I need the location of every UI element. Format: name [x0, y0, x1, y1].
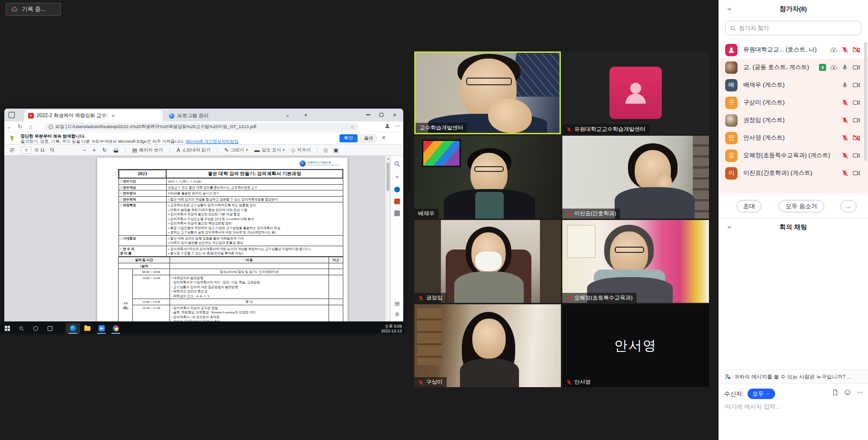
participant-row[interactable]: 권정임 (게스트): [718, 111, 868, 129]
save-icon[interactable]: ▣: [333, 147, 338, 153]
chat-message-input[interactable]: 여기에 메시지 입력...: [725, 403, 780, 411]
taskbar-zoom-app[interactable]: [94, 323, 109, 334]
participant-row[interactable]: 교. (공동 호스트, 게스트): [718, 59, 868, 76]
camera-icon[interactable]: [852, 116, 860, 124]
muted-mic-icon[interactable]: [841, 152, 848, 159]
new-tab-button[interactable]: +: [302, 111, 309, 119]
video-off-icon[interactable]: [852, 134, 860, 142]
draw-button[interactable]: ✎ 그리기 ▾: [224, 147, 248, 153]
print-icon[interactable]: ⎙: [323, 147, 328, 153]
cortana-button[interactable]: [29, 323, 43, 334]
sidebar-panel-icon[interactable]: ▤: [395, 300, 399, 307]
invite-button[interactable]: 초대: [737, 200, 761, 212]
muted-mic-icon[interactable]: [841, 170, 848, 177]
options-button[interactable]: 옵션: [360, 134, 377, 142]
zoom-in-icon[interactable]: +: [92, 147, 95, 153]
video-tile-uwon-univ[interactable]: 유원대학교교수학습개발센터: [562, 51, 709, 134]
video-tile-kwon-jeongim[interactable]: 권정임: [414, 220, 561, 303]
taskbar-clock[interactable]: 오후 5:09 2022-12-13: [381, 324, 402, 333]
video-tile-bae-jaewoo[interactable]: 배재우: [414, 136, 561, 219]
participant-row[interactable]: 안 안서영 (게스트): [718, 129, 868, 147]
chat-more-icon[interactable]: [857, 389, 863, 396]
sidebar-add-icon[interactable]: +: [395, 173, 399, 180]
camera-icon[interactable]: [852, 151, 860, 160]
erase-button[interactable]: ◇ 지우기: [291, 147, 310, 153]
emoji-icon[interactable]: [844, 389, 851, 396]
participant-row[interactable]: 구 구상미 (게스트): [718, 94, 868, 111]
mute-all-button[interactable]: 모두 음소거: [778, 200, 824, 212]
reload-icon[interactable]: ↻: [15, 123, 25, 130]
mic-icon[interactable]: [841, 64, 848, 71]
muted-mic-icon[interactable]: [841, 46, 848, 53]
zoom-out-icon[interactable]: −: [83, 147, 86, 153]
participant-row[interactable]: 배 배재우 (게스트): [718, 76, 868, 94]
page-info-icon[interactable]: i: [49, 125, 53, 129]
start-button[interactable]: [0, 323, 14, 334]
pdf-scrollbar[interactable]: ▲: [385, 156, 390, 321]
camera-icon[interactable]: [852, 169, 860, 177]
page-number-input[interactable]: 7: [21, 147, 31, 154]
more-options-button[interactable]: ...: [840, 200, 857, 212]
muted-mic-icon[interactable]: [841, 117, 848, 124]
taskbar-edge-app[interactable]: [66, 323, 80, 334]
highlight-button[interactable]: ▬ 강조 표시 ▾: [254, 147, 284, 153]
participant-row[interactable]: 오 오혜정(초등특수교육과) (게스트): [718, 147, 868, 164]
window-maximize-button[interactable]: [375, 110, 388, 120]
camera-icon[interactable]: [852, 63, 860, 71]
video-feed: [414, 136, 561, 219]
page-view-button[interactable]: ▤ 페이지 보기: [132, 147, 163, 153]
taskbar-browser-app[interactable]: [109, 323, 123, 334]
muted-mic-icon[interactable]: [841, 134, 848, 141]
video-tile-ahn-seoyoung[interactable]: 안서영 안서영: [562, 304, 709, 387]
toc-icon[interactable]: [9, 147, 15, 153]
task-view-button[interactable]: [43, 323, 57, 334]
recipient-selector[interactable]: 모두: [748, 389, 775, 399]
pdf-search-icon[interactable]: [50, 147, 55, 153]
home-icon[interactable]: ⌂: [25, 123, 36, 130]
sidebar-search-icon[interactable]: [394, 160, 400, 167]
participant-row[interactable]: 이 이진표(간호학과) (게스트): [718, 164, 868, 182]
attach-file-icon[interactable]: [832, 389, 838, 396]
scroll-up-icon[interactable]: ▲: [387, 157, 390, 160]
tab-pdf[interactable]: P 2022-2 학생케어 역량강화 교수: ×: [24, 110, 162, 121]
profile-icon[interactable]: [384, 123, 390, 129]
video-tile-oh-hyejeong[interactable]: 오혜정(초등특수교육과): [562, 220, 709, 303]
tab-close-icon[interactable]: ×: [285, 113, 290, 119]
sidebar-office-icon[interactable]: [394, 199, 400, 204]
privacy-policy-link[interactable]: Microsoft 개인정보처리방침: [186, 139, 239, 144]
taskbar-search-button[interactable]: [14, 323, 29, 334]
fit-width-icon[interactable]: ⬓: [113, 147, 118, 153]
video-tile-koo-sangmi[interactable]: 구상미: [414, 304, 561, 387]
tab-program[interactable]: 프로그램 관리 ×: [165, 110, 294, 121]
video-tile-gyosu-center[interactable]: 교수학습개발센터: [414, 51, 561, 134]
video-off-icon[interactable]: [852, 46, 860, 54]
panel-scrollbar-thumb[interactable]: [864, 42, 867, 161]
sidebar-settings-gear-icon[interactable]: ⚙: [395, 311, 399, 318]
back-icon[interactable]: ←: [4, 123, 15, 130]
rotate-icon[interactable]: ↻: [102, 147, 107, 153]
sidebar-tools-icon[interactable]: [394, 210, 400, 216]
recording-indicator[interactable]: 기록 중...: [6, 3, 61, 16]
browser-menu-icon[interactable]: [394, 123, 400, 129]
taskbar-explorer-app[interactable]: [80, 323, 94, 334]
notification-close-icon[interactable]: ✕: [381, 135, 386, 141]
confirm-button[interactable]: 확인: [339, 134, 358, 142]
url-field[interactable]: i 파일 | C:/Users/admin/Desktop/2022-2%20학…: [44, 123, 359, 131]
camera-icon[interactable]: [852, 81, 860, 89]
tab-actions-icon[interactable]: [9, 112, 15, 118]
window-minimize-button[interactable]: [361, 110, 375, 120]
muted-mic-icon[interactable]: [841, 99, 848, 106]
sidebar-bing-icon[interactable]: [394, 187, 400, 192]
mic-icon[interactable]: [841, 81, 848, 89]
video-tile-lee-jinpyo[interactable]: 이진표(간호학과): [562, 136, 709, 219]
pdf-scrollbar-thumb[interactable]: [387, 162, 389, 191]
read-aloud-button[interactable]: A 소리내어 읽기: [177, 147, 210, 153]
participant-row[interactable]: 유원대학교교... (호스트, 나): [718, 41, 868, 59]
tab-close-icon[interactable]: ×: [110, 113, 115, 119]
window-close-button[interactable]: ✕: [388, 110, 401, 120]
chat-privacy-notice[interactable]: 귀하의 메시지를 볼 수 있는 사람은 누구입니까? ...: [718, 370, 868, 384]
camera-icon[interactable]: [852, 99, 860, 107]
favorite-star-icon[interactable]: ☆: [350, 124, 354, 130]
pdf-viewer[interactable]: 한국대학교육협의회 Korean Council for University …: [4, 156, 403, 321]
participant-search-input[interactable]: 참가자 찾기: [725, 21, 861, 35]
